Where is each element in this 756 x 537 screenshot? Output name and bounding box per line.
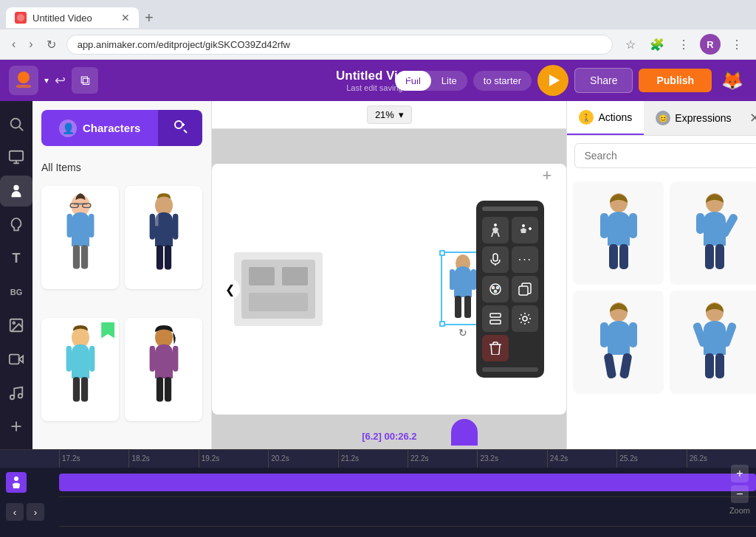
walk-action-button[interactable] <box>482 217 509 243</box>
right-panel-grid <box>567 176 756 400</box>
svg-rect-49 <box>450 269 455 290</box>
forward-button[interactable]: › <box>26 35 35 54</box>
character-card-4[interactable] <box>125 318 202 421</box>
right-panel-search-input[interactable] <box>574 143 756 168</box>
svg-rect-50 <box>471 269 476 290</box>
publish-button[interactable]: Publish <box>639 69 712 92</box>
bookmark-button[interactable]: ☆ <box>620 34 641 55</box>
profile-button[interactable]: R <box>700 34 721 55</box>
svg-rect-52 <box>464 296 471 318</box>
canvas-prev-button[interactable]: ❮ <box>219 279 240 299</box>
sidebar-item-images[interactable] <box>0 311 32 342</box>
characters-tab-add[interactable] <box>158 110 202 146</box>
timeline-next-button[interactable]: › <box>27 503 44 521</box>
refresh-button[interactable]: ↻ <box>44 35 59 55</box>
right-panel-close-button[interactable]: ✕ <box>743 104 756 132</box>
starter-button[interactable]: to starter <box>473 71 532 91</box>
characters-tabs: 👤 Characters <box>41 110 202 146</box>
sidebar-item-addons[interactable] <box>0 411 32 442</box>
sidebar-item-text[interactable]: T <box>0 243 32 274</box>
microphone-button[interactable] <box>482 246 509 273</box>
zoom-label: Zoom <box>729 506 750 515</box>
zoom-in-button[interactable]: + <box>731 465 749 482</box>
action-figure-2 <box>685 193 744 274</box>
undo-button[interactable]: ↩ <box>55 72 66 89</box>
action-card-4[interactable] <box>670 291 756 394</box>
sidebar-item-props[interactable] <box>0 209 32 240</box>
timeline-track-bar-1[interactable] <box>59 474 756 491</box>
svg-point-0 <box>17 14 24 21</box>
action-figure-4 <box>685 302 744 383</box>
clone-button[interactable] <box>512 276 538 302</box>
menu-button[interactable]: ⋮ <box>726 34 747 55</box>
browser-tab[interactable]: Untitled Video ✕ <box>6 7 139 28</box>
action-card-1[interactable] <box>573 181 664 285</box>
tab-expressions[interactable]: 😊 Expressions <box>644 102 743 134</box>
canvas-toolbar: 21% ▾ <box>212 101 566 129</box>
bottom-timeline: 17.2s 18.2s 19.2s 20.2s 21.2s 22.2s 23.2… <box>0 449 756 537</box>
history-button[interactable]: ⋮ <box>673 34 694 55</box>
svg-line-5 <box>19 127 23 131</box>
expressions-tab-icon: 😊 <box>656 111 670 125</box>
canvas-background-element <box>234 252 323 326</box>
svg-point-4 <box>11 118 21 128</box>
palette-button[interactable] <box>482 276 509 302</box>
back-button[interactable]: ‹ <box>9 35 18 54</box>
svg-point-16 <box>175 121 182 128</box>
layers-button[interactable] <box>482 305 509 332</box>
duplicate-button[interactable]: ⧉ <box>72 67 98 94</box>
share-button[interactable]: Share <box>574 68 633 93</box>
action-card-3[interactable] <box>573 291 664 394</box>
settings-button[interactable] <box>512 305 538 332</box>
add-character-button[interactable] <box>512 217 538 243</box>
selection-handle-bl[interactable] <box>439 321 445 327</box>
sidebar-item-bg[interactable]: BG <box>0 277 32 308</box>
tab-actions[interactable]: 🚶 Actions <box>567 101 644 135</box>
character-card-3[interactable] <box>41 318 119 421</box>
plan-lite-button[interactable]: Lite <box>431 71 467 91</box>
character-card-2[interactable] <box>125 186 202 289</box>
extensions-button[interactable]: 🧩 <box>647 34 667 55</box>
float-toolbar-drag-handle[interactable] <box>482 207 538 211</box>
svg-rect-38 <box>81 377 88 401</box>
float-toolbar-bottom-handle[interactable] <box>482 367 538 372</box>
characters-panel: 👤 Characters All Items <box>32 101 212 449</box>
svg-rect-87 <box>705 353 714 378</box>
characters-tab-main[interactable]: 👤 Characters <box>41 110 158 146</box>
sidebar-item-media[interactable] <box>0 142 32 173</box>
logo-dropdown-button[interactable]: ▾ <box>44 75 49 86</box>
bg-svg <box>241 260 315 319</box>
sidebar-item-search[interactable] <box>0 108 32 139</box>
play-icon <box>549 75 560 86</box>
zoom-out-button[interactable]: − <box>731 485 749 503</box>
mascot-icon: 🦊 <box>718 66 747 95</box>
canvas-character-indicator <box>451 419 478 446</box>
tab-close-btn[interactable]: ✕ <box>121 12 130 24</box>
project-title: Untitled Video <box>336 69 420 83</box>
character-figure-1 <box>55 193 106 282</box>
sidebar-item-music[interactable] <box>0 378 32 409</box>
zoom-indicator[interactable]: 21% ▾ <box>367 105 412 124</box>
delete-button[interactable] <box>482 335 509 361</box>
svg-rect-88 <box>715 353 724 378</box>
character-card-1[interactable] <box>41 186 119 289</box>
characters-header: 👤 Characters <box>32 101 211 155</box>
selection-handle-tl[interactable] <box>439 250 445 256</box>
svg-rect-67 <box>490 320 501 324</box>
sidebar-item-video[interactable] <box>0 344 32 375</box>
dots-button[interactable]: ··· <box>512 246 538 273</box>
canvas-add-element-button[interactable]: + <box>543 166 552 185</box>
play-button[interactable] <box>537 65 568 96</box>
right-panel-tabs: 🚶 Actions 😊 Expressions ✕ <box>567 101 756 136</box>
action-card-2[interactable] <box>670 181 756 285</box>
timeline-prev-button[interactable]: ‹ <box>6 503 24 521</box>
svg-rect-26 <box>72 245 79 268</box>
reload-icon[interactable]: ↻ <box>458 327 467 339</box>
timeline-track-1 <box>59 468 756 497</box>
svg-point-13 <box>18 393 23 398</box>
app-logo[interactable] <box>9 66 38 95</box>
new-tab-button[interactable]: + <box>139 10 159 27</box>
svg-rect-24 <box>66 214 72 238</box>
sidebar-item-characters[interactable] <box>0 176 32 207</box>
address-input[interactable] <box>66 35 613 55</box>
